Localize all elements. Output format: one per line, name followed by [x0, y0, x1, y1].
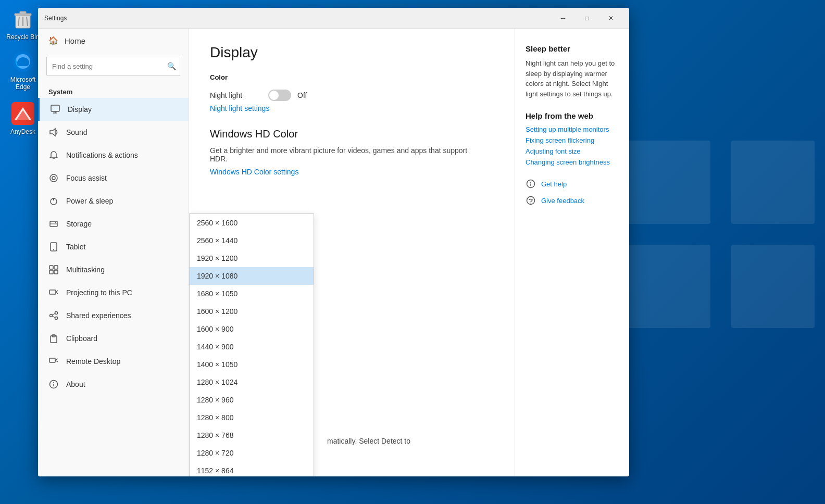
sidebar-label-sound: Sound — [66, 128, 87, 136]
sidebar-label-multitasking: Multitasking — [66, 266, 105, 274]
sidebar-label-tablet: Tablet — [66, 243, 85, 251]
windows-logo-decoration — [617, 104, 825, 364]
sidebar-item-projecting[interactable]: Projecting to this PC — [38, 281, 189, 304]
windows-hd-settings-link[interactable]: Windows HD Color settings — [210, 168, 298, 176]
sidebar-item-storage[interactable]: Storage — [38, 212, 189, 235]
svg-point-35 — [55, 312, 58, 314]
sidebar-item-multitasking[interactable]: Multitasking — [38, 258, 189, 281]
resolution-option-4[interactable]: 1680 × 1050 — [190, 285, 314, 303]
svg-point-27 — [53, 249, 54, 250]
anydesk-icon[interactable]: AnyDesk — [2, 99, 44, 137]
resolution-option-14[interactable]: 1152 × 864 — [190, 462, 314, 476]
resolution-option-9[interactable]: 1280 × 1024 — [190, 373, 314, 391]
resolution-option-10[interactable]: 1280 × 960 — [190, 391, 314, 409]
minimize-button[interactable]: ─ — [551, 10, 575, 27]
resolution-option-13[interactable]: 1280 × 720 — [190, 444, 314, 462]
windows-hd-title: Windows HD Color — [210, 128, 494, 140]
notifications-icon — [48, 150, 59, 160]
svg-point-36 — [50, 314, 53, 317]
give-feedback-label: Give feedback — [541, 197, 584, 205]
night-light-row: Night light Off — [210, 90, 494, 101]
svg-point-25 — [55, 222, 56, 223]
help-link-2[interactable]: Adjusting font size — [526, 147, 619, 155]
sidebar-label-notifications: Notifications & actions — [66, 151, 138, 159]
sidebar-item-focus[interactable]: Focus assist — [38, 167, 189, 190]
svg-rect-12 — [627, 245, 710, 328]
svg-point-19 — [50, 174, 57, 182]
get-help-item[interactable]: Get help — [526, 179, 619, 189]
sidebar-item-shared[interactable]: Shared experiences — [38, 304, 189, 327]
help-actions: Get help Give feedback — [526, 179, 619, 206]
sidebar-item-display[interactable]: Display — [38, 98, 189, 121]
resolution-option-11[interactable]: 1280 × 800 — [190, 409, 314, 426]
sound-icon — [48, 127, 59, 137]
help-link-3[interactable]: Changing screen brightness — [526, 158, 619, 166]
night-light-toggle[interactable] — [268, 90, 291, 101]
night-light-state: Off — [297, 91, 307, 99]
svg-marker-17 — [50, 129, 55, 136]
partial-resolution-text: matically. Select Detect to — [327, 437, 410, 445]
sidebar-item-notifications[interactable]: Notifications & actions — [38, 144, 189, 167]
home-icon: 🏠 — [48, 36, 58, 45]
help-link-0[interactable]: Setting up multiple monitors — [526, 125, 619, 133]
page-title: Display — [210, 44, 494, 61]
svg-rect-42 — [49, 358, 55, 362]
svg-rect-14 — [51, 105, 59, 111]
sidebar-section-title: System — [38, 84, 189, 98]
svg-rect-29 — [54, 266, 58, 269]
resolution-option-3[interactable]: 1920 × 1080 — [190, 267, 314, 285]
give-feedback-item[interactable]: Give feedback — [526, 195, 619, 206]
resolution-option-2[interactable]: 1920 × 1200 — [190, 249, 314, 267]
color-section-heading: Color — [210, 73, 494, 81]
maximize-button[interactable]: □ — [575, 10, 599, 27]
edge-image — [10, 49, 35, 74]
resolution-option-7[interactable]: 1440 × 900 — [190, 338, 314, 356]
sidebar-label-storage: Storage — [66, 220, 92, 228]
sidebar-label-projecting: Projecting to this PC — [66, 288, 132, 297]
home-label: Home — [65, 36, 85, 45]
resolution-option-6[interactable]: 1600 × 900 — [190, 320, 314, 338]
resolution-option-5[interactable]: 1600 × 1200 — [190, 303, 314, 320]
svg-line-39 — [52, 316, 55, 318]
sidebar-item-tablet[interactable]: Tablet — [38, 235, 189, 258]
sleep-better-text: Night light can help you get to sleep by… — [526, 58, 619, 99]
projecting-icon — [48, 287, 59, 298]
svg-rect-2 — [20, 11, 26, 14]
sidebar-label-remote: Remote Desktop — [66, 357, 120, 366]
anydesk-label: AnyDesk — [10, 128, 35, 135]
sidebar-item-clipboard[interactable]: Clipboard — [38, 327, 189, 350]
night-light-settings-link[interactable]: Night light settings — [210, 104, 494, 112]
resolution-option-0[interactable]: 2560 × 1600 — [190, 214, 314, 232]
search-input[interactable] — [46, 57, 180, 75]
sidebar-item-sound[interactable]: Sound — [38, 121, 189, 144]
sidebar-label-focus: Focus assist — [66, 174, 107, 182]
resolution-option-12[interactable]: 1280 × 768 — [190, 426, 314, 444]
power-icon — [48, 196, 59, 206]
edge-browser-icon[interactable]: Microsoft Edge — [2, 47, 44, 93]
window-body: 🏠 Home 🔍 System Display So — [38, 29, 629, 476]
svg-point-49 — [530, 182, 531, 183]
windows-hd-desc: Get a brighter and more vibrant picture … — [210, 146, 470, 163]
recycle-bin-icon[interactable]: Recycle Bin — [2, 4, 44, 43]
window-controls: ─ □ ✕ — [551, 10, 623, 27]
sidebar-item-about[interactable]: About — [38, 373, 189, 396]
recycle-bin-image — [10, 6, 35, 31]
sidebar-label-display: Display — [68, 105, 92, 114]
edge-label: Microsoft Edge — [4, 76, 42, 91]
resolution-option-8[interactable]: 1400 × 1050 — [190, 356, 314, 373]
svg-rect-32 — [49, 290, 56, 294]
svg-rect-11 — [731, 141, 815, 224]
sleep-better-title: Sleep better — [526, 44, 619, 53]
sidebar-item-power[interactable]: Power & sleep — [38, 190, 189, 212]
search-button[interactable]: 🔍 — [167, 62, 176, 70]
svg-point-20 — [52, 177, 55, 180]
right-panel: Sleep better Night light can help you ge… — [515, 29, 629, 476]
storage-icon — [48, 219, 59, 229]
sidebar-item-home[interactable]: 🏠 Home — [38, 29, 189, 53]
night-light-label: Night light — [210, 91, 262, 99]
sidebar: 🏠 Home 🔍 System Display So — [38, 29, 189, 476]
help-link-1[interactable]: Fixing screen flickering — [526, 136, 619, 144]
close-button[interactable]: ✕ — [599, 10, 623, 27]
resolution-option-1[interactable]: 2560 × 1440 — [190, 232, 314, 249]
sidebar-item-remote[interactable]: Remote Desktop — [38, 350, 189, 373]
